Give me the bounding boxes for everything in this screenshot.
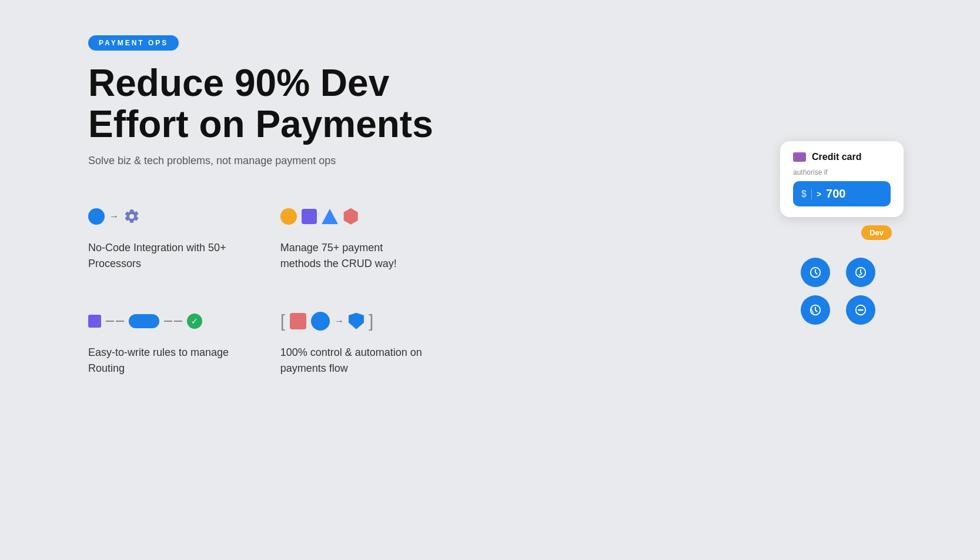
shield-blue-icon [349,313,364,329]
bracket-close-icon: ] [369,312,373,330]
widget-value: 700 [826,187,845,201]
dash-separator2 [164,321,182,322]
widget-gt-sign: > [817,189,821,199]
circle-blue-icon [88,208,105,225]
hero-title: Reduce 90% Dev Effort on Payments [88,62,892,145]
hero-title-line1: Reduce 90% Dev [88,62,389,104]
widget-authorize-label: authorise if [793,168,891,176]
widget-container: Credit card authorise if $ > 700 Dev [780,141,904,336]
clock-icon-2 [854,266,867,279]
arrow-right-icon: → [335,316,344,326]
widget-dollar-sign: $ [801,189,807,199]
feature-payment-methods-icons [280,202,426,231]
dash-separator [106,321,124,322]
triangle-blue-icon [322,209,338,224]
minus-icon [854,304,867,316]
feature-no-code: → No-Code Integration with 50+ Processor… [88,202,233,272]
dev-badge: Dev [861,225,892,240]
feature-routing-icons: ✓ [88,307,233,335]
hero-subtitle: Solve biz & tech problems, not manage pa… [88,155,892,167]
feature-payment-methods-text: Manage 75+ payment methods the CRUD way! [280,240,426,272]
widget-title: Credit card [812,152,861,162]
feature-routing-text: Easy-to-write rules to manage Routing [88,345,233,376]
gear-icon [123,208,140,225]
square-salmon-icon [290,313,306,329]
arrow-icon: → [109,211,119,222]
feature-automation: [ → ] 100% control & automation on payme… [280,307,426,376]
payment-ops-badge: PAYMENT OPS [88,35,179,51]
features-grid: → No-Code Integration with 50+ Processor… [88,202,617,376]
card-icon [793,152,806,162]
clock-icon-3 [809,304,822,316]
feature-no-code-text: No-Code Integration with 50+ Processors [88,240,233,272]
widget-divider [811,189,812,199]
hero-title-line2: Effort on Payments [88,103,433,145]
dev-badge-container: Dev [780,225,904,240]
check-circle-icon: ✓ [187,314,202,329]
feature-no-code-icons: → [88,202,233,231]
square-purple-icon [302,209,317,224]
bracket-open-icon: [ [280,312,285,330]
feature-automation-text: 100% control & automation on payments fl… [280,345,426,376]
pill-blue-icon [129,314,159,328]
circle-blue-lg-icon [311,312,330,331]
circle-btn-4[interactable] [846,295,875,325]
clock-icon-1 [809,266,822,279]
circle-btn-3[interactable] [801,295,830,325]
feature-payment-methods: Manage 75+ payment methods the CRUD way! [280,202,426,272]
page-container: PAYMENT OPS Reduce 90% Dev Effort on Pay… [0,0,980,560]
circle-orange-icon [280,208,297,225]
hexagon-salmon-icon [343,208,359,225]
feature-routing: ✓ Easy-to-write rules to manage Routing [88,307,233,376]
widget-input-row[interactable]: $ > 700 [793,181,891,206]
feature-automation-icons: [ → ] [280,307,426,335]
widget-header: Credit card [793,152,891,162]
circle-btn-2[interactable] [846,258,875,287]
circles-widget [789,246,895,336]
circle-btn-1[interactable] [801,258,830,287]
credit-card-widget: Credit card authorise if $ > 700 [780,141,904,217]
square-purple-sm-icon [88,315,101,328]
